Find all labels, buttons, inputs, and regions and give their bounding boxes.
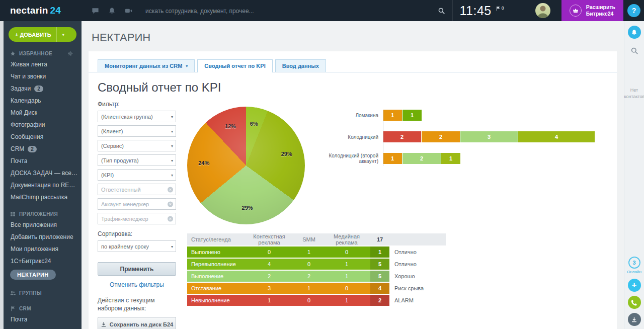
desktop-app-button[interactable] — [628, 313, 641, 326]
sidebar-item[interactable]: Почта — [4, 313, 82, 325]
clock[interactable]: 11:45 — [460, 4, 492, 18]
right-rail: Нет контактов 3 Онлайн + — [624, 21, 644, 329]
sidebar-item[interactable]: Фотографии — [4, 119, 82, 131]
global-search-input[interactable] — [145, 8, 434, 15]
flag-counter[interactable]: 0 — [496, 6, 504, 12]
bar-segment[interactable]: 1 — [383, 110, 402, 121]
sidebar-item[interactable]: Все приложения — [4, 219, 82, 231]
tab-kpi-report[interactable]: Сводный отчет по KPI — [197, 59, 272, 72]
sidebar-item[interactable]: Календарь — [4, 95, 82, 107]
kpi-pie-chart[interactable]: 6%29%29%24%12% — [187, 107, 305, 224]
chevron-down-icon[interactable]: ▾ — [57, 32, 70, 37]
download-icon — [631, 316, 637, 323]
status-table-row: Невыполнение1012ALARM — [187, 295, 446, 306]
sidebar-item[interactable]: Мой Диск — [4, 107, 82, 119]
filter-panel: Фильтр: (Клиентская группа)▾(Клиент)▾(Се… — [98, 101, 176, 329]
status-table-header-cell: Контекстная реклама — [244, 233, 295, 245]
sidebar-group-title: ПРИЛОЖЕНИЯ — [19, 211, 76, 217]
upgrade-label-line2: Битрикс24 — [586, 11, 615, 17]
reset-filters-link[interactable]: Отменить фильтры — [98, 281, 176, 288]
sidebar-item[interactable]: MailChimp рассылка — [4, 191, 82, 203]
filter-select-3[interactable]: (Тип продукта)▾ — [98, 154, 176, 166]
filter-select-0[interactable]: (Клиентская группа)▾ — [98, 111, 176, 122]
sidebar-item[interactable]: ДОСКА ЗАДАЧ — все ... — [4, 167, 82, 179]
sidebar-item-active[interactable]: НЕКТАРИН — [10, 270, 56, 280]
sort-select-value: по крайнему сроку — [101, 243, 149, 250]
chat-icon[interactable] — [92, 7, 99, 15]
sidebar-item[interactable]: Мои приложения — [4, 243, 82, 255]
sidebar-item-label: 1С+Битрикс24 — [11, 258, 51, 265]
sidebar-item[interactable]: Чат и звонки — [4, 70, 82, 83]
topbar-icons — [92, 7, 132, 15]
bar-track: 11 — [383, 110, 422, 121]
clear-icon[interactable]: × — [168, 201, 173, 207]
notifications-button[interactable] — [628, 26, 641, 39]
sidebar-group: ГРУППЫ — [4, 288, 82, 298]
add-button[interactable]: + ДОБАВИТЬ ▾ — [9, 27, 76, 42]
bar-segment[interactable]: 3 — [460, 131, 518, 142]
status-assessment: ALARM — [389, 295, 446, 306]
crown-icon — [570, 5, 582, 17]
filter-select-1[interactable]: (Клиент)▾ — [98, 125, 176, 137]
app-root: nectarin24 11:45 0 Расширить Битрикс24 — [0, 0, 644, 329]
upgrade-button[interactable]: Расширить Битрикс24 — [561, 0, 623, 21]
sidebar-item[interactable]: Документация по RES... — [4, 179, 82, 191]
filter-select-4[interactable]: (KPI)▾ — [98, 169, 176, 181]
status-table-cell: Невыполнение — [187, 295, 244, 306]
bar-segment[interactable]: 1 — [403, 110, 422, 121]
status-table-head: Статус/легендаКонтекстная рекламаSMMМеди… — [187, 233, 446, 245]
bar-segment[interactable]: 2 — [383, 131, 421, 142]
tab-data-entry[interactable]: Ввод данных — [275, 59, 326, 72]
bar-segment[interactable]: 2 — [422, 131, 460, 142]
invite-button[interactable]: + — [628, 279, 641, 292]
sidebar-group-header[interactable]: ГРУППЫ — [4, 288, 82, 298]
sidebar-scrollbar[interactable] — [0, 21, 4, 329]
filter-select-2[interactable]: (Сервис)▾ — [98, 140, 176, 151]
flag-icon — [10, 306, 16, 311]
sidebar-item[interactable]: Добавить приложение — [4, 231, 82, 243]
sidebar-item[interactable]: CRM2 — [4, 143, 82, 155]
sidebar-item[interactable]: Сообщения — [4, 131, 82, 143]
bar-segment[interactable]: 2 — [403, 153, 441, 164]
sidebar-item[interactable]: Живая лента — [4, 58, 82, 70]
tab-monitoring-crm[interactable]: Мониторинг данных из CRM ▾ — [98, 59, 195, 72]
sidebar-group-header[interactable]: ПРИЛОЖЕНИЯ — [4, 209, 82, 219]
bar-segment[interactable]: 4 — [518, 131, 595, 142]
status-table-cell: 0 — [323, 283, 370, 294]
video-icon[interactable] — [125, 7, 132, 15]
help-button[interactable]: ? — [627, 4, 640, 17]
apply-button[interactable]: Применить — [98, 262, 176, 276]
filter-input-placeholder: Трафик-менеджер — [101, 216, 148, 222]
clear-icon[interactable]: × — [168, 187, 173, 192]
filter-input-placeholder: Аккаунт-менеджер — [101, 201, 149, 207]
filter-input-1[interactable]: Аккаунт-менеджер× — [98, 198, 176, 210]
sidebar-item[interactable]: Почта — [4, 155, 82, 167]
save-to-disk-button[interactable]: Сохранить на диск Б24 — [98, 317, 176, 329]
sidebar-item[interactable]: Задачи2 — [4, 83, 82, 95]
contacts-search-icon[interactable] — [630, 47, 638, 55]
online-count-badge[interactable]: 3 — [628, 257, 640, 269]
sidebar-group-title: ИЗБРАННОЕ — [19, 51, 67, 56]
telephony-button[interactable] — [628, 296, 641, 309]
search-icon[interactable] — [438, 7, 445, 15]
sidebar-item-label: Мой Диск — [11, 109, 37, 116]
sidebar-group-header[interactable]: ИЗБРАННОЕ — [4, 49, 82, 58]
notifications-icon[interactable] — [108, 7, 116, 15]
status-assessment: Отлично — [389, 259, 446, 270]
tab-label: Сводный отчет по KPI — [204, 63, 265, 69]
brand-logo[interactable]: nectarin24 — [0, 5, 82, 16]
sidebar-item[interactable]: 1С+Битрикс24 — [4, 255, 82, 267]
filter-input-0[interactable]: Ответственный× — [98, 184, 176, 195]
status-table-cell: Выполнение — [187, 271, 244, 282]
filter-input-2[interactable]: Трафик-менеджер× — [98, 213, 176, 224]
bar-segment[interactable]: 1 — [441, 153, 460, 164]
bar-segment[interactable]: 1 — [383, 153, 402, 164]
user-avatar[interactable] — [535, 3, 550, 18]
bar-track: 121 — [383, 153, 461, 164]
clear-icon[interactable]: × — [168, 216, 173, 221]
download-icon — [101, 321, 107, 327]
pie-slice-label: 6% — [250, 121, 258, 127]
status-table-row: Отставание3104Риск срыва — [187, 283, 446, 294]
sort-select[interactable]: по крайнему сроку ▾ — [98, 240, 176, 252]
sidebar-group-header[interactable]: CRM — [4, 304, 82, 313]
